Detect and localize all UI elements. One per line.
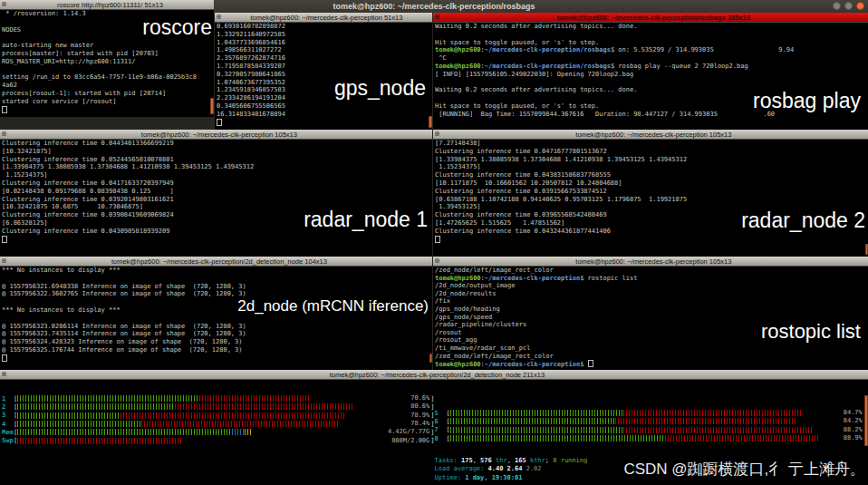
- scrollbar-thumb[interactable]: [864, 395, 868, 446]
- terminal-output-2d-node[interactable]: *** No instances to display *** @ 155795…: [2, 267, 431, 370]
- terminal-output-radar1[interactable]: Clustering inference time 0.044340133666…: [2, 140, 431, 257]
- htop-meters-left: 1[70.6%]2[80.6%]3[78.9%]4[78.4%]Mem[4.42…: [2, 394, 435, 485]
- annotation-rosbag-play: rosbag play: [753, 89, 861, 113]
- pane-radar-node-1: ⊞ tomek@hpz600: ~/mercedes-clk-perceptio…: [0, 130, 432, 257]
- annotation-rostopic-list: rostopic list: [761, 320, 861, 344]
- terminal-output-rostopic[interactable]: /zed_node/left/image_rect_colortomek@hpz…: [435, 267, 867, 370]
- scrollbar-thumb[interactable]: [429, 116, 432, 128]
- annotation-gps-node: gps_node: [334, 76, 426, 101]
- annotation-roscore: roscore: [142, 15, 212, 40]
- pane-rosbag-play: ⊞ tomek@hpz600: ~/mercedes-clk-perceptio…: [433, 13, 868, 130]
- scrollbar-thumb[interactable]: [429, 354, 432, 363]
- annotation-2d-node: 2d_node (mRCNN iference): [237, 297, 429, 315]
- pane-titlebar[interactable]: ⊞ tomek@hpz600: ~/mercedes-clk-perceptio…: [0, 370, 868, 380]
- pane-titlebar[interactable]: ⊞ tomek@hpz600: ~/mercedes-clk-perceptio…: [0, 257, 432, 267]
- pane-2d-node: ⊞ tomek@hpz600: ~/mercedes-clk-perceptio…: [0, 257, 432, 370]
- pane-title: tomek@hpz600: ~/mercedes-clk-perception/…: [6, 371, 868, 379]
- pane-titlebar[interactable]: ⊞ roscore http://hpz600:11311/ 51x13: [0, 0, 214, 10]
- annotation-radar-node-2: radar_node 2: [741, 209, 865, 233]
- pane-titlebar[interactable]: ⊞ tomek@hpz600: ~/mercedes-clk-perceptio…: [0, 130, 432, 140]
- terminator-window: tomek@hpz600: ~/mercedes-clk-perception/…: [0, 0, 868, 485]
- pane-radar-node-2: ⊞ tomek@hpz600: ~/mercedes-clk-perceptio…: [433, 130, 868, 257]
- minimize-button[interactable]: [833, 2, 841, 10]
- pane-title: roscore http://hpz600:11311/ 51x13: [6, 1, 214, 9]
- pane-titlebar[interactable]: ⊞ tomek@hpz600: ~/mercedes-clk-perceptio…: [433, 130, 868, 140]
- window-buttons: [833, 2, 864, 10]
- pane-titlebar[interactable]: ⊞ tomek@hpz600: ~/mercedes-clk-perceptio…: [433, 257, 868, 267]
- pane-titlebar[interactable]: ⊞ tomek@hpz600: ~/mercedes-clk-perceptio…: [215, 13, 432, 23]
- window-title: tomek@hpz600: ~/mercedes-clk-perception/…: [333, 2, 535, 11]
- pane-title: tomek@hpz600: ~/mercedes-clk-perception …: [439, 131, 868, 139]
- annotation-radar-node-1: radar_node 1: [304, 208, 428, 232]
- scrollbar-thumb[interactable]: [210, 98, 214, 114]
- htop-meters-right: 5[84.7%]6[84.2%]7[88.2%]8[88.9%]: [435, 409, 868, 442]
- pane-gps-node: ⊞ tomek@hpz600: ~/mercedes-clk-perceptio…: [215, 13, 432, 130]
- pane-rostopic-list: ⊞ tomek@hpz600: ~/mercedes-clk-perceptio…: [433, 257, 868, 370]
- terminal-output-rosbag[interactable]: Waiting 0.2 seconds after advertising to…: [435, 23, 867, 130]
- terminal-output-radar2[interactable]: [7.27148438]Clustering inference time 0.…: [435, 140, 867, 257]
- pane-title: tomek@hpz600: ~/mercedes-clk-perception …: [439, 257, 868, 266]
- csdn-watermark: CSDN @踟蹰横渡口,彳 亍上滩舟。: [623, 459, 865, 480]
- pane-titlebar-active[interactable]: ⊞ tomek@hpz600: ~/mercedes-clk-perceptio…: [433, 13, 868, 23]
- pane-title: tomek@hpz600: ~/mercedes-clk-perception/…: [439, 14, 868, 22]
- pane-title: tomek@hpz600: ~/mercedes-clk-perception …: [221, 14, 432, 22]
- pane-roscore: ⊞ roscore http://hpz600:11311/ 51x13 * /…: [0, 0, 214, 117]
- pane-title: tomek@hpz600: ~/mercedes-clk-perception/…: [6, 257, 432, 266]
- maximize-button[interactable]: [844, 2, 853, 10]
- close-button[interactable]: [856, 2, 864, 10]
- pane-title: tomek@hpz600: ~/mercedes-clk-perception …: [6, 131, 432, 139]
